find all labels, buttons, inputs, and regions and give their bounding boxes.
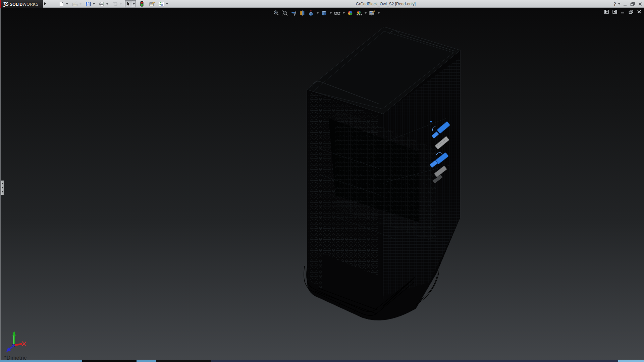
apply-scene-button[interactable]: [355, 9, 363, 17]
triad-origin: [12, 344, 15, 347]
print-button[interactable]: [98, 0, 105, 7]
app-minimize-button[interactable]: [623, 2, 627, 6]
options-button[interactable]: [158, 0, 165, 7]
show-right-pane-button[interactable]: [612, 10, 617, 14]
view-orientation-dropdown[interactable]: [316, 12, 319, 14]
left-lattice-column: [309, 92, 323, 289]
section-view-button[interactable]: [299, 9, 306, 17]
display-style-button[interactable]: [320, 9, 328, 17]
zoom-area-icon: [282, 10, 288, 16]
solidworks-glyph: ƷS: [3, 1, 8, 7]
checklist-icon: [159, 1, 164, 7]
triad-x-axis: [14, 344, 22, 345]
app-close-button[interactable]: [638, 2, 642, 6]
save-button[interactable]: [85, 0, 92, 7]
heads-up-view-toolbar: [272, 9, 380, 17]
main-toolbar: [58, 0, 171, 8]
traffic-light-icon: [140, 1, 144, 7]
apply-scene-dropdown[interactable]: [364, 12, 367, 14]
display-style-dropdown[interactable]: [329, 12, 332, 14]
view-orientation-button[interactable]: [307, 9, 315, 17]
new-dropdown[interactable]: [65, 0, 69, 7]
help-button[interactable]: ?: [613, 2, 616, 6]
annotation-button[interactable]: [148, 0, 155, 7]
open-dropdown[interactable]: [78, 0, 82, 7]
logo-red-accent: [0, 0, 1, 8]
zoom-to-area-button[interactable]: [281, 9, 288, 17]
open-button[interactable]: [71, 0, 78, 7]
taskbar-segment[interactable]: [211, 360, 618, 362]
document-window-controls: [604, 10, 641, 14]
rebuild-light-button[interactable]: [138, 0, 146, 7]
view-cube-icon: [308, 10, 314, 16]
open-folder-icon: [72, 1, 78, 7]
appearance-sphere-icon: [347, 10, 353, 16]
taskbar-segment[interactable]: [618, 360, 644, 362]
orientation-triad[interactable]: [6, 330, 26, 352]
view-settings-dropdown[interactable]: [377, 12, 380, 14]
solidworks-wordmark: SOLIDWORKS: [10, 1, 39, 7]
viewport: *Dimetric: [0, 8, 644, 362]
undo-button[interactable]: [111, 0, 119, 7]
scene-sphere-icon: [356, 10, 362, 16]
view-settings-button[interactable]: [368, 9, 376, 17]
menu-flyout-arrow-icon[interactable]: [44, 2, 46, 5]
show-left-pane-button[interactable]: [604, 10, 609, 14]
app-restore-button[interactable]: [630, 2, 635, 6]
titlebar: ƷS SOLIDWORKS: [0, 0, 644, 8]
window-title: GrCadBlack_Owl_S2 [Read-only]: [356, 0, 416, 8]
undo-icon: [112, 1, 118, 7]
taskbar-segment[interactable]: [0, 360, 82, 362]
undo-dropdown[interactable]: [119, 0, 122, 7]
previous-view-icon: [290, 10, 297, 16]
taskbar-segment[interactable]: [82, 360, 137, 362]
options-dropdown[interactable]: [165, 0, 169, 7]
restore-icon: [630, 2, 635, 6]
zoom-to-fit-button[interactable]: [272, 9, 280, 17]
taskbar-strip: [0, 360, 644, 362]
new-button[interactable]: [58, 0, 65, 7]
taskbar-segment[interactable]: [156, 360, 211, 362]
save-floppy-icon: [86, 1, 91, 7]
hide-show-items-button[interactable]: [333, 9, 341, 17]
app-window-controls: ?: [613, 0, 642, 8]
select-dropdown[interactable]: [132, 0, 136, 7]
close-icon: [638, 2, 642, 6]
print-icon: [99, 1, 105, 7]
view-settings-icon: [369, 10, 375, 16]
save-dropdown[interactable]: [92, 0, 96, 7]
solidworks-app: ƷS SOLIDWORKS: [0, 0, 644, 362]
previous-view-button[interactable]: [290, 9, 297, 17]
note-pencil-icon: [149, 1, 155, 7]
doc-restore-button[interactable]: [629, 10, 633, 14]
solidworks-logo: ƷS SOLIDWORKS: [0, 0, 43, 8]
print-dropdown[interactable]: [105, 0, 109, 7]
minimize-icon: [623, 2, 627, 6]
display-style-cube-icon: [321, 10, 327, 16]
select-arrow-icon: [126, 1, 131, 7]
edit-appearance-button[interactable]: [346, 9, 354, 17]
doc-close-button[interactable]: [637, 10, 641, 14]
doc-minimize-button[interactable]: [621, 10, 625, 14]
viewport-canvas[interactable]: [0, 8, 644, 362]
section-view-icon: [299, 10, 305, 16]
taskbar-segment[interactable]: [137, 360, 156, 362]
new-document-icon: [59, 1, 64, 7]
computer-tower-wireframe-model[interactable]: [304, 27, 460, 320]
zoom-fit-icon: [273, 10, 279, 16]
help-dropdown[interactable]: [618, 3, 620, 5]
select-button[interactable]: [125, 0, 132, 7]
hide-show-dropdown[interactable]: [342, 12, 345, 14]
eyeglasses-icon: [334, 10, 340, 16]
